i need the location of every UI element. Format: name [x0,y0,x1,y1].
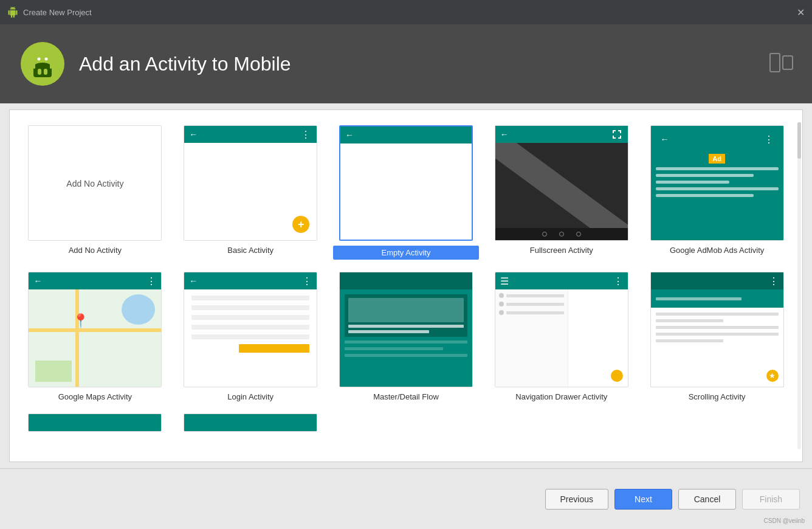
thumbnail-login: ← ⋮ [184,272,317,387]
dots-login: ⋮ [302,275,312,287]
login-field-3 [191,315,309,320]
label-admob: Google AdMob Ads Activity [670,246,764,255]
thumbnail-master [339,272,473,387]
activity-item-basic[interactable]: ← ⋮ + Basic Activity [177,125,324,260]
activity-grid-row1: Add No Activity Add No Activity ← ⋮ [16,119,796,266]
back-login: ← [189,276,198,286]
activity-item-partial-1[interactable] [22,413,168,432]
phone-body-empty [340,143,472,240]
watermark: CSDN @veiinb [764,517,805,524]
activity-item-fullscreen[interactable]: ← [488,125,635,260]
title-bar: Create New Project ✕ [0,0,812,24]
scroll-line-2 [656,319,723,322]
activity-item-partial-2[interactable] [177,413,324,432]
nav-dot-3 [576,232,581,237]
activity-item-no-activity[interactable]: Add No Activity Add No Activity [22,125,168,260]
phone-mock-empty: ← [340,126,472,240]
admob-mock: ← ⋮ Ad [651,126,783,240]
master-card-inner [348,298,464,322]
scroll-title-line [656,297,741,300]
thumbnail-admob: ← ⋮ Ad [650,125,784,241]
thumbnail-no-activity: Add No Activity [28,125,162,241]
activity-item-scrolling[interactable]: ⋮ ★ [644,272,790,401]
label-no-activity: Add No Activity [69,246,122,255]
activity-item-login[interactable]: ← ⋮ [177,272,324,401]
no-activity-label: Add No Activity [29,126,161,241]
footer: Previous Next Cancel Finish [0,468,812,529]
activity-item-nav-drawer[interactable]: ☰ ⋮ [488,272,635,401]
activity-item-master[interactable]: Master/Detail Flow [333,272,480,401]
label-empty: Empty Activity [333,246,480,260]
cancel-button[interactable]: Cancel [678,489,736,510]
thumbnail-maps: ← ⋮ [28,272,162,387]
fab-basic: + [292,216,309,233]
nav-item-1 [499,293,564,298]
android-icon-small [7,7,18,18]
login-field-5 [191,334,309,339]
thumbnail-empty: ← [339,125,473,241]
nav-text-2 [506,303,564,306]
ad-line-4 [656,187,779,190]
svg-point-2 [45,58,48,61]
thumbnail-basic: ← ⋮ + [184,125,317,241]
ad-line-2 [656,174,754,177]
nav-item-2 [499,302,564,306]
activity-grid-row2: ← ⋮ [16,266,796,407]
nav-dot-1 [542,232,547,237]
next-button[interactable]: Next [614,489,672,510]
scroll-body: ★ [651,308,783,387]
scrollbar-track[interactable] [797,122,801,449]
nav-dot-1 [499,293,504,298]
map-pin: 📍 [72,313,89,329]
activity-item-empty[interactable]: ← Empty Activity [333,125,480,260]
ad-line-1 [656,167,779,170]
fullscreen-top-bar: ← [495,126,628,143]
previous-button[interactable]: Previous [545,489,608,510]
nav-fab [611,370,623,382]
back-admob: ← [661,134,669,144]
ad-line-5 [656,194,754,197]
title-bar-text: Create New Project [23,8,92,17]
back-arrow-empty: ← [345,130,354,140]
nav-dot-2 [499,302,504,306]
svg-rect-6 [44,69,47,75]
master-line-1 [348,325,464,328]
water-1 [122,294,155,325]
nav-text-1 [506,294,564,297]
fullscreen-icon [611,128,623,140]
login-bar: ← ⋮ [184,272,317,289]
label-master: Master/Detail Flow [373,392,439,401]
nav-dot-3 [499,310,504,315]
activity-item-admob[interactable]: ← ⋮ Ad Google AdMob Ads Activity [644,125,790,260]
thumbnail-scrolling: ⋮ ★ [650,272,784,387]
nav-dot-2 [559,232,564,237]
scroll-bar: ⋮ [651,272,783,289]
login-field-4 [191,325,309,330]
svg-rect-5 [38,69,41,75]
nav-text-3 [506,311,564,314]
activity-item-maps[interactable]: ← ⋮ [22,272,168,401]
phone-mock-basic: ← ⋮ + [184,126,317,240]
admob-bar: ← ⋮ [656,131,779,148]
nav-body [495,289,628,387]
phone-bar-basic: ← ⋮ [184,126,317,143]
header-title: Add an Activity to Mobile [79,53,291,75]
scroll-line-3 [656,326,779,329]
scrollbar-thumb[interactable] [797,122,801,159]
svg-rect-10 [783,56,793,69]
dots-admob: ⋮ [764,134,774,145]
label-nav-drawer: Navigation Drawer Activity [515,392,607,401]
master-sep2 [345,347,443,350]
road-h1 [29,328,161,332]
close-button[interactable]: ✕ [797,7,805,18]
android-logo [18,40,67,88]
dots-maps: ⋮ [146,275,156,287]
phone-body-basic: + [184,143,317,240]
svg-rect-8 [50,63,52,69]
login-body [184,289,317,387]
master-sep3 [345,354,467,357]
diagonal-svg [495,143,628,240]
partial-thumb-1 [28,413,162,432]
svg-point-1 [38,58,41,61]
fullscreen-photo [495,143,628,240]
